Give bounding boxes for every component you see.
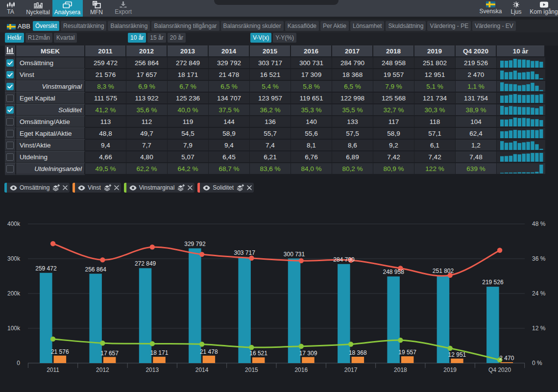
svg-text:329 792: 329 792 (184, 241, 206, 247)
svg-text:300k: 300k (7, 255, 21, 262)
svg-text:2014: 2014 (195, 367, 209, 373)
svg-text:272 849: 272 849 (135, 260, 156, 267)
svg-text:251 802: 251 802 (433, 268, 454, 274)
svg-text:248 958: 248 958 (383, 269, 405, 275)
svg-text:219 526: 219 526 (482, 279, 504, 286)
svg-text:17 309: 17 309 (299, 350, 317, 357)
svg-text:2012: 2012 (96, 367, 109, 373)
svg-text:0: 0 (17, 360, 20, 367)
svg-text:18 368: 18 368 (349, 349, 367, 356)
svg-text:2018: 2018 (394, 367, 407, 373)
svg-text:2015: 2015 (245, 367, 258, 373)
svg-text:2011: 2011 (47, 367, 59, 373)
svg-text:259 472: 259 472 (35, 265, 57, 272)
svg-text:200k: 200k (7, 290, 21, 297)
svg-text:2 470: 2 470 (499, 355, 514, 362)
svg-text:2016: 2016 (294, 367, 308, 373)
svg-text:24 %: 24 % (532, 290, 546, 297)
svg-text:21 478: 21 478 (200, 348, 218, 355)
svg-text:Q4 2020: Q4 2020 (488, 367, 511, 373)
svg-text:17 657: 17 657 (100, 350, 119, 357)
svg-text:2019: 2019 (443, 367, 457, 373)
svg-text:2013: 2013 (146, 367, 159, 373)
svg-text:0 %: 0 % (532, 360, 542, 367)
svg-text:12 %: 12 % (532, 325, 546, 332)
svg-text:2017: 2017 (344, 367, 358, 373)
svg-text:12 951: 12 951 (448, 351, 466, 358)
svg-text:36 %: 36 % (532, 255, 546, 262)
svg-text:284 790: 284 790 (333, 256, 355, 263)
svg-text:100k: 100k (7, 325, 21, 332)
svg-text:48 %: 48 % (532, 220, 546, 227)
svg-text:16 521: 16 521 (249, 350, 267, 357)
svg-text:21 576: 21 576 (51, 348, 69, 355)
svg-text:256 864: 256 864 (85, 266, 107, 273)
svg-text:303 717: 303 717 (234, 249, 256, 256)
svg-text:19 557: 19 557 (398, 349, 416, 356)
svg-text:400k: 400k (7, 220, 21, 227)
svg-text:18 171: 18 171 (150, 349, 169, 356)
svg-text:300 731: 300 731 (284, 251, 305, 258)
